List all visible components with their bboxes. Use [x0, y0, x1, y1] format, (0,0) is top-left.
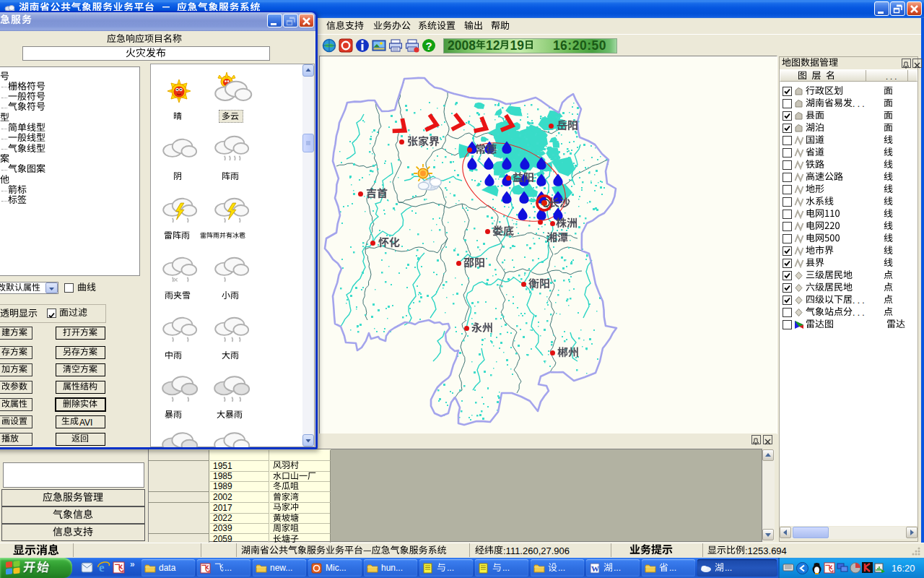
svg-text:飞: 飞 — [115, 563, 124, 573]
svg-text:?: ? — [425, 40, 432, 52]
svg-text:飞: 飞 — [825, 564, 834, 573]
svg-text:W: W — [591, 564, 599, 573]
svg-text:飞: 飞 — [201, 564, 210, 573]
